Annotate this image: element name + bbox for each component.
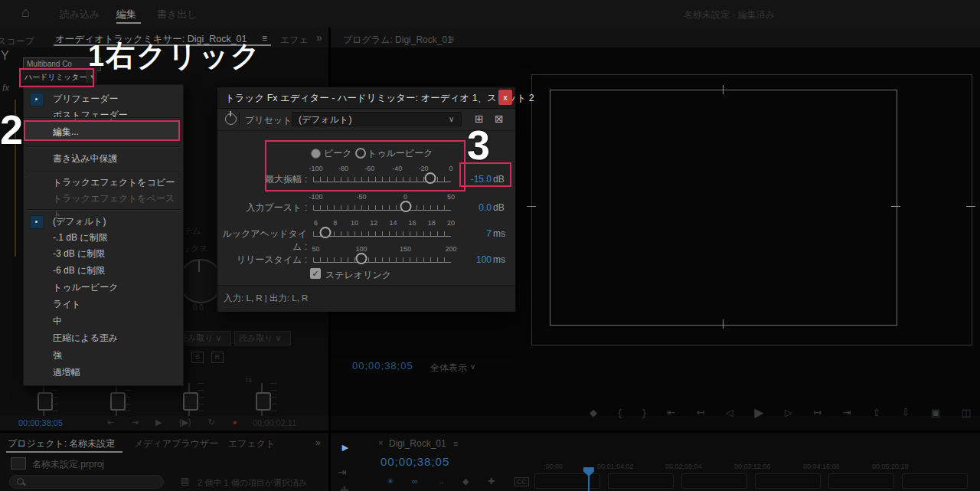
panel-menu-icon[interactable]: ≡ <box>262 33 267 44</box>
list-view-icon[interactable]: ▤ <box>181 476 189 486</box>
play-icon[interactable]: ▶ <box>155 417 162 427</box>
comparison-view-icon[interactable]: ◫ <box>962 407 971 418</box>
fader-handle[interactable] <box>183 392 198 411</box>
export-frame-icon[interactable]: ▣ <box>931 407 940 418</box>
home-icon[interactable]: ⌂ <box>21 5 30 21</box>
play-in-to-out-icon[interactable]: {▶} <box>179 417 191 427</box>
mark-in-icon[interactable]: { <box>618 407 621 418</box>
input-boost-slider[interactable] <box>313 204 451 211</box>
automation-mode-dropdown[interactable]: 読み取り ∨ <box>234 331 291 345</box>
tick-label: -50 <box>356 193 366 201</box>
tick-label: 16 <box>409 219 416 227</box>
track-select-tool-icon[interactable]: ⇥ <box>338 466 347 478</box>
menu-item-light[interactable]: ライト <box>24 296 183 313</box>
lift-icon[interactable]: ⇧ <box>872 407 880 418</box>
remove-effect-icon[interactable]: ⊠ <box>495 113 504 125</box>
input-boost-knob[interactable] <box>400 201 412 212</box>
zoom-level-dropdown[interactable]: 全体表示 <box>430 362 467 375</box>
tab-export[interactable]: 書き出し <box>157 8 198 21</box>
go-to-out-icon[interactable]: ⇥ <box>843 407 851 418</box>
menu-item-medium[interactable]: 中 <box>24 313 183 329</box>
center-tick <box>891 206 900 207</box>
go-to-next-edit-icon[interactable]: ↦ <box>813 407 822 418</box>
program-panel-menu-icon[interactable]: ≡ <box>449 34 454 44</box>
add-marker-icon[interactable]: ◆ <box>462 476 469 486</box>
play-icon[interactable]: ▶ <box>754 405 763 420</box>
close-icon[interactable]: × <box>378 438 383 447</box>
release-time-knob[interactable] <box>356 253 368 264</box>
menu-item-overamplify[interactable]: 過増幅 <box>24 365 183 381</box>
tab-media-browser[interactable]: メディアブラウザー <box>134 437 218 450</box>
go-to-in-icon[interactable]: ⇤ <box>107 417 114 427</box>
menu-item-prefader[interactable]: プリフェーダー <box>24 91 183 107</box>
go-to-out-icon[interactable]: ⇥ <box>132 417 139 427</box>
tab-lumetri-scope[interactable]: Lumetriスコープ <box>0 34 44 46</box>
fader-handle[interactable] <box>256 392 271 411</box>
overflow-chevron-icon[interactable]: » <box>315 437 321 448</box>
menu-item-limit-6db[interactable]: -6 dB に制限 <box>24 263 183 279</box>
menu-item-compression-distortion[interactable]: 圧縮による歪み <box>24 330 183 346</box>
effect-power-icon[interactable] <box>225 113 237 125</box>
selection-tool-icon[interactable]: ► <box>340 441 351 453</box>
record-icon[interactable]: ● <box>232 417 237 427</box>
tick-label: 6 <box>314 219 318 227</box>
menu-item-limit-0.1db[interactable]: -.1 dB に制限 <box>24 230 183 246</box>
stereo-link-checkbox[interactable]: ✓ <box>310 268 321 279</box>
nest-icon[interactable]: → <box>437 476 446 486</box>
menu-item-write-protect[interactable]: 書き込み中保護 <box>24 151 183 167</box>
preset-dropdown[interactable]: (デフォルト) <box>292 112 462 126</box>
captions-icon[interactable]: CC <box>514 477 529 486</box>
tick-label: 12 <box>370 219 377 227</box>
record-arm-button[interactable]: R <box>211 352 224 363</box>
tick-label: 18 <box>428 219 436 227</box>
automation-mode-label: 読み取り <box>239 333 273 342</box>
timeline-timecode[interactable]: 00;00;38;05 <box>381 455 449 468</box>
menu-item-limit-3db[interactable]: -3 dB に制限 <box>24 246 183 262</box>
go-to-in-icon[interactable]: ⇤ <box>667 407 675 418</box>
close-button[interactable]: x <box>498 90 512 105</box>
snap-icon[interactable]: ✳ <box>387 476 394 486</box>
step-back-icon[interactable]: ◁ <box>726 407 733 418</box>
search-input[interactable] <box>9 475 164 489</box>
extract-icon[interactable]: ⇩ <box>902 407 910 418</box>
loop-icon[interactable]: ↻ <box>208 417 215 427</box>
step-forward-icon[interactable]: ▷ <box>785 407 792 418</box>
tab-import[interactable]: 読み込み <box>60 8 100 21</box>
go-to-previous-edit-icon[interactable]: ↤ <box>696 407 704 418</box>
tab-sequence[interactable]: Digi_Rock_01 <box>389 438 446 449</box>
tab-edit[interactable]: 編集 <box>116 8 136 21</box>
tab-effects[interactable]: エフェクト <box>228 437 275 450</box>
project-panel-menu-icon[interactable]: ≡ <box>109 437 114 448</box>
menu-item-preset-default[interactable]: (デフォルト) <box>24 214 183 230</box>
menu-item-true-peak[interactable]: トゥルーピーク <box>24 280 183 296</box>
tab-project[interactable]: プロジェクト: 名称未設定 <box>8 437 115 450</box>
timeline-panel-menu-icon[interactable]: ≡ <box>453 439 458 448</box>
release-time-value[interactable]: 100 <box>456 254 492 265</box>
lookahead-time-slider[interactable] <box>313 230 451 237</box>
overflow-chevron-icon[interactable]: » <box>316 31 322 44</box>
input-boost-value[interactable]: 0.0 <box>456 202 492 213</box>
lookahead-time-knob[interactable] <box>320 227 332 238</box>
solo-button[interactable]: S <box>191 352 204 363</box>
tick-label: 100 <box>355 245 367 253</box>
fader-handle[interactable] <box>38 392 53 411</box>
menu-item-copy-track-effects[interactable]: トラックエフェクトをコピー <box>24 175 183 191</box>
menu-item-edit[interactable]: 編集... <box>24 120 180 141</box>
edit-tool-icon[interactable]: ✚ <box>340 484 349 491</box>
tab-effects[interactable]: エフェ <box>280 34 309 47</box>
linked-selection-icon[interactable]: ∞ <box>412 476 418 486</box>
premiere-app-window: ⌂ 読み込み 編集 書き出し 名称未設定 - 編集済み Lumetriスコープ … <box>0 0 980 491</box>
lookahead-time-value[interactable]: 7 <box>456 228 492 239</box>
menu-item-strong[interactable]: 強 <box>24 348 183 364</box>
fader-handle[interactable] <box>110 392 126 411</box>
dialog-title[interactable]: トラック Fx エディター - ハードリミッター: オーディオ 1、スロット 2 <box>217 87 515 109</box>
release-time-slider[interactable] <box>313 256 451 263</box>
timeline-settings-icon[interactable]: ✚ <box>488 476 495 486</box>
program-timecode[interactable]: 00;00;38;05 <box>352 360 413 372</box>
add-marker-icon[interactable]: ◆ <box>590 407 597 418</box>
project-file-name[interactable]: 名称未設定.prproj <box>32 458 104 471</box>
mixer-timecode[interactable]: 00;00;38;05 <box>18 418 63 427</box>
input-boost-ticks: -100 -50 0 50 <box>313 193 451 201</box>
mark-out-icon[interactable]: } <box>642 407 645 418</box>
tab-program-monitor[interactable]: プログラム: Digi_Rock_01 <box>343 34 452 47</box>
